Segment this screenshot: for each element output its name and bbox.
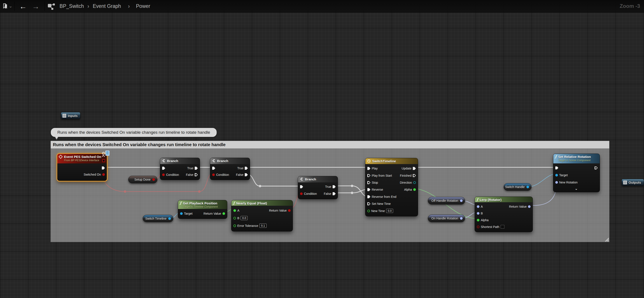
switch_timeline-pin-stop[interactable] <box>367 181 370 184</box>
node-header[interactable]: Branch <box>210 158 250 164</box>
event_pes-pin-exec[interactable] <box>102 166 105 169</box>
node-branch1[interactable]: BranchTrueConditionFalse <box>160 158 200 180</box>
branch3-label-true: True <box>325 185 331 188</box>
node-header[interactable]: ƒNearly Equal (Float) <box>232 200 292 206</box>
nearly_equal-value-b[interactable]: 0.0 <box>240 216 248 220</box>
branch1-pin-exec[interactable] <box>162 167 165 170</box>
graph-canvas[interactable]: Runs when the devices Switched On variab… <box>0 0 644 298</box>
node-header[interactable]: Branch <box>298 176 338 182</box>
expand-pins-chevron-icon[interactable]: ⌄ <box>553 186 600 191</box>
lerp-pin-b[interactable] <box>477 212 480 215</box>
off_handle-pin-out[interactable] <box>460 199 462 202</box>
branch3-pin-false[interactable] <box>332 192 336 195</box>
node-header[interactable]: ƒGet Playback PositionTarget is Timeline… <box>178 200 227 209</box>
branch1-pin-false[interactable] <box>195 173 198 176</box>
branch3-pin-true[interactable] <box>332 185 336 188</box>
breadcrumb-event-graph[interactable]: Event Graph <box>93 3 121 9</box>
var-node-off-handle[interactable]: Off Handle Rotation <box>428 197 465 204</box>
back-button[interactable]: ← <box>20 2 27 10</box>
forward-button[interactable]: → <box>32 2 40 10</box>
nearly_equal-pin-a[interactable] <box>234 209 236 212</box>
switch_timeline-pin-play[interactable] <box>367 167 370 170</box>
bookmark-square-icon <box>623 181 627 184</box>
switch_timeline-pin-finished[interactable] <box>413 174 416 177</box>
branch3-pin-exec[interactable] <box>300 185 303 188</box>
switch_timeline-pin-set-new-time[interactable] <box>367 202 370 205</box>
node-set-relative[interactable]: ƒSet Relative RotationTarget is Scene Co… <box>553 154 600 192</box>
branch2-pin-condition[interactable] <box>212 173 215 176</box>
event_pes-pin-switched-on[interactable] <box>102 173 105 176</box>
branch1-pin-condition[interactable] <box>162 173 165 176</box>
bookmark-outputs[interactable]: Outputs <box>622 179 644 186</box>
on_handle-pin-out[interactable] <box>460 217 462 220</box>
switch_timeline-pin-update[interactable] <box>413 167 416 170</box>
switch_timeline-pin-direction[interactable] <box>413 181 416 184</box>
branch1-pin-true[interactable] <box>195 167 198 170</box>
bookmark-inputs[interactable]: Inputs <box>61 112 80 119</box>
lerp-pin-return-value[interactable] <box>528 205 530 208</box>
node-get-playback[interactable]: ƒGet Playback PositionTarget is Timeline… <box>178 200 227 219</box>
branch2-pin-true[interactable] <box>245 167 248 170</box>
node-title: Branch <box>305 177 316 181</box>
node-nearly-equal[interactable]: ƒNearly Equal (Float)AReturn ValueB0.0Er… <box>232 200 292 231</box>
set_relative-pin-exec[interactable] <box>594 166 598 169</box>
node-branch3[interactable]: BranchTrueConditionFalse <box>298 176 338 199</box>
lerp-pin-shortest-path[interactable] <box>477 226 480 228</box>
nearly_equal-pin-return-value[interactable] <box>288 209 291 212</box>
set_relative-pin-new-rotation[interactable] <box>555 181 558 184</box>
node-switch-timeline[interactable]: SwitchTimelinePlayUpdatePlay from StartF… <box>366 158 418 216</box>
comment-header[interactable]: Runs when the devices Switched On variab… <box>51 141 609 149</box>
nearly_equal-pin-error-tolerance[interactable] <box>234 224 236 227</box>
nearly_equal-value-error-tolerance[interactable]: 0.1 <box>260 224 266 228</box>
breadcrumb-power[interactable]: Power <box>136 3 150 9</box>
node-lerp[interactable]: ƒLerp (Rotator)AReturn ValueBAlphaShorte… <box>475 197 532 232</box>
switch_timeline-pin-reverse[interactable] <box>367 188 370 191</box>
switch_timeline-pin-new-time[interactable] <box>367 210 370 212</box>
var-node-setup-done[interactable]: Setup Done <box>128 176 157 183</box>
set_relative-pin-exec[interactable] <box>555 166 558 169</box>
lerp-pin-a[interactable] <box>477 205 480 208</box>
timeline-clock-icon <box>367 159 370 163</box>
node-header[interactable]: ƒLerp (Rotator) <box>475 197 532 202</box>
node-header[interactable]: Event PES Switched OnFrom BP PESDevice I… <box>57 154 107 163</box>
comment-resize-handle[interactable] <box>605 238 609 242</box>
node-header[interactable]: SwitchTimeline <box>366 158 418 164</box>
nearly_equal-pin-b[interactable] <box>234 217 236 219</box>
pin-row <box>57 165 107 171</box>
branch3-pin-condition[interactable] <box>300 192 303 195</box>
branch2-pin-exec[interactable] <box>212 167 215 170</box>
bookmark-outputs-label: Outputs <box>628 181 641 184</box>
set_relative-label-target: Target <box>559 173 568 177</box>
get_playback-pin-target[interactable] <box>180 212 183 215</box>
setup_done-pin-out[interactable] <box>152 178 155 181</box>
delegate-pin[interactable] <box>102 159 105 162</box>
bookmark-dropdown-caret[interactable]: ⌄ <box>8 4 12 8</box>
pin-row: StopDirection <box>366 179 418 186</box>
breadcrumb-bp-switch[interactable]: BP_Switch <box>60 3 84 9</box>
lerp-pin-alpha[interactable] <box>477 219 480 221</box>
switch_timeline-value-new-time[interactable]: 0.0 <box>386 209 393 213</box>
switch_handle-pin-out[interactable] <box>526 186 529 188</box>
node-title: Event PES Switched On <box>64 155 101 159</box>
branch2-pin-false[interactable] <box>245 173 248 176</box>
bookmark-flag-icon[interactable] <box>2 3 8 9</box>
pin-row: B0.0 <box>232 214 292 222</box>
lerp-checkbox-shortest-path[interactable] <box>501 225 504 229</box>
var-node-on-handle[interactable]: On Handle Rotation <box>428 215 465 222</box>
switch_timeline-pin-play-from-start[interactable] <box>367 174 370 177</box>
node-header[interactable]: Branch <box>160 158 200 164</box>
set_relative-pin-target[interactable] <box>555 174 558 176</box>
switch_timeline-pin-reverse-from-end[interactable] <box>367 195 370 198</box>
var-node-switch-handle[interactable]: Switch Handle <box>504 183 532 191</box>
get_playback-pin-return-value[interactable] <box>222 212 225 215</box>
bookmark-square-icon <box>62 114 66 118</box>
node-header[interactable]: ƒSet Relative RotationTarget is Scene Co… <box>553 154 600 163</box>
switch_timeline-pin-alpha[interactable] <box>413 188 416 191</box>
pin-row: New Rotation <box>553 179 600 186</box>
nearly_equal-label-return-value: Return Value <box>269 209 287 212</box>
node-branch2[interactable]: BranchTrueConditionFalse <box>210 158 250 180</box>
switch_timeline_var-pin-out[interactable] <box>168 217 171 220</box>
node-event-pes[interactable]: Event PES Switched OnFrom BP PESDevice I… <box>57 154 107 181</box>
var-node-switch-timeline-var[interactable]: Switch Timeline <box>143 215 173 222</box>
off_handle-label: Off Handle Rotation <box>431 199 458 202</box>
